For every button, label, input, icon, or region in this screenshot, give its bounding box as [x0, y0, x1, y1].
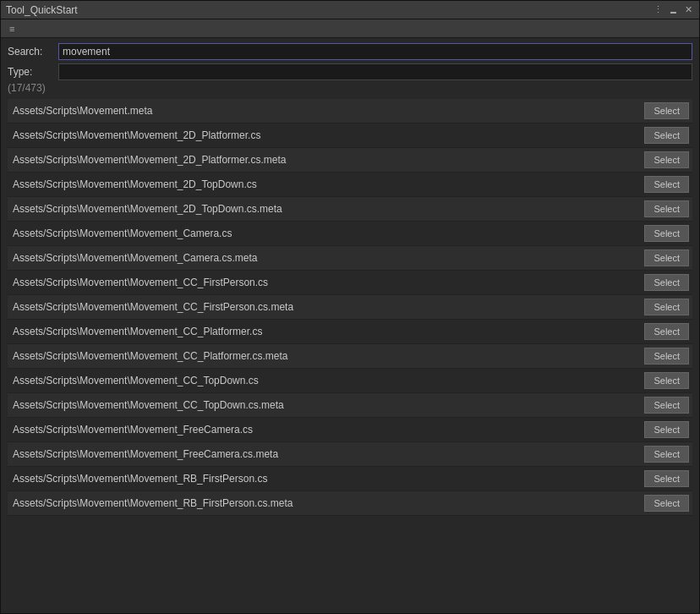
window-title: Tool_QuickStart: [6, 4, 78, 16]
result-row: Assets/Scripts\Movement\Movement_2D_TopD…: [8, 173, 692, 197]
result-path: Assets/Scripts\Movement\Movement_Camera.…: [13, 252, 637, 264]
result-row: Assets/Scripts\Movement\Movement_Camera.…: [8, 246, 692, 271]
minimize-button[interactable]: 🗕: [667, 4, 679, 16]
toolbar-menu-button[interactable]: ≡: [4, 22, 19, 36]
result-row: Assets/Scripts\Movement\Movement_CC_Firs…: [8, 271, 692, 295]
result-count: (17/473): [8, 82, 692, 94]
result-row: Assets/Scripts\Movement\Movement_CC_Plat…: [8, 320, 692, 344]
select-button-16[interactable]: Select: [644, 495, 689, 512]
select-button-7[interactable]: Select: [644, 274, 689, 291]
search-label: Search:: [8, 46, 58, 58]
result-path: Assets/Scripts\Movement.meta: [13, 105, 637, 117]
content-area: Search: Type: (17/473) Assets/Scripts\Mo…: [1, 38, 699, 613]
select-button-8[interactable]: Select: [644, 299, 689, 315]
result-row: Assets/Scripts\Movement\Movement_CC_TopD…: [8, 369, 692, 393]
results-list: Assets/Scripts\Movement.metaSelectAssets…: [8, 99, 692, 608]
result-path: Assets/Scripts\Movement\Movement_RB_Firs…: [13, 473, 637, 485]
result-row: Assets/Scripts\Movement\Movement_RB_Firs…: [8, 467, 692, 491]
select-button-12[interactable]: Select: [644, 397, 689, 414]
select-button-15[interactable]: Select: [644, 470, 689, 487]
select-button-9[interactable]: Select: [644, 323, 689, 340]
more-options-button[interactable]: ⋮: [652, 4, 664, 16]
result-path: Assets/Scripts\Movement\Movement_CC_Firs…: [13, 277, 637, 288]
result-row: Assets/Scripts\Movement\Movement_Camera.…: [8, 222, 692, 246]
select-button-14[interactable]: Select: [644, 446, 689, 463]
result-path: Assets/Scripts\Movement\Movement_2D_TopD…: [13, 203, 637, 215]
type-row: Type:: [8, 63, 692, 80]
result-path: Assets/Scripts\Movement\Movement_FreeCam…: [13, 448, 637, 460]
result-path: Assets/Scripts\Movement\Movement_CC_Firs…: [13, 301, 637, 313]
result-path: Assets/Scripts\Movement\Movement_FreeCam…: [13, 424, 637, 436]
result-row: Assets/Scripts\Movement\Movement_CC_Plat…: [8, 344, 692, 369]
result-row: Assets/Scripts\Movement\Movement_CC_Firs…: [8, 295, 692, 320]
result-row: Assets/Scripts\Movement\Movement_CC_TopD…: [8, 393, 692, 418]
close-button[interactable]: ✕: [682, 4, 694, 16]
result-path: Assets/Scripts\Movement\Movement_RB_Firs…: [13, 497, 637, 509]
select-button-10[interactable]: Select: [644, 348, 689, 365]
select-button-1[interactable]: Select: [644, 127, 689, 144]
result-path: Assets/Scripts\Movement\Movement_2D_Plat…: [13, 154, 637, 166]
select-button-4[interactable]: Select: [644, 200, 689, 217]
result-path: Assets/Scripts\Movement\Movement_CC_Plat…: [13, 350, 637, 362]
result-row: Assets/Scripts\Movement\Movement_RB_Firs…: [8, 491, 692, 516]
result-row: Assets/Scripts\Movement\Movement_2D_Plat…: [8, 123, 692, 148]
result-row: Assets/Scripts\Movement.metaSelect: [8, 99, 692, 123]
result-row: Assets/Scripts\Movement\Movement_2D_TopD…: [8, 197, 692, 222]
result-path: Assets/Scripts\Movement\Movement_CC_Plat…: [13, 326, 637, 337]
result-row: Assets/Scripts\Movement\Movement_2D_Plat…: [8, 148, 692, 173]
select-button-13[interactable]: Select: [644, 421, 689, 438]
type-label: Type:: [8, 66, 58, 78]
select-button-0[interactable]: Select: [644, 102, 689, 119]
result-path: Assets/Scripts\Movement\Movement_2D_Plat…: [13, 129, 637, 141]
main-window: Tool_QuickStart ⋮ 🗕 ✕ ≡ Search: Type: (1…: [0, 0, 700, 614]
result-path: Assets/Scripts\Movement\Movement_CC_TopD…: [13, 399, 637, 411]
toolbar: ≡: [1, 19, 699, 38]
select-button-6[interactable]: Select: [644, 249, 689, 266]
title-bar: Tool_QuickStart ⋮ 🗕 ✕: [1, 1, 699, 19]
result-row: Assets/Scripts\Movement\Movement_FreeCam…: [8, 418, 692, 442]
select-button-2[interactable]: Select: [644, 151, 689, 168]
select-button-11[interactable]: Select: [644, 372, 689, 389]
result-path: Assets/Scripts\Movement\Movement_CC_TopD…: [13, 375, 637, 386]
result-path: Assets/Scripts\Movement\Movement_2D_TopD…: [13, 178, 637, 190]
title-bar-controls: ⋮ 🗕 ✕: [652, 4, 694, 16]
search-input[interactable]: [58, 43, 692, 60]
result-path: Assets/Scripts\Movement\Movement_Camera.…: [13, 228, 637, 239]
type-input[interactable]: [58, 63, 692, 80]
result-row: Assets/Scripts\Movement\Movement_FreeCam…: [8, 442, 692, 467]
select-button-5[interactable]: Select: [644, 225, 689, 242]
select-button-3[interactable]: Select: [644, 176, 689, 193]
search-row: Search:: [8, 43, 692, 60]
